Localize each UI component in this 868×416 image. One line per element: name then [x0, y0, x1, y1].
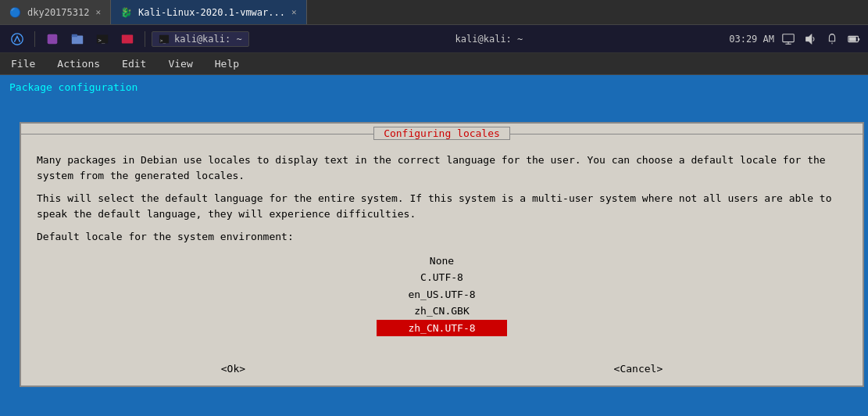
svg-text:>_: >_: [160, 37, 166, 43]
locale-cutf8[interactable]: C.UTF-8: [389, 269, 495, 286]
taskbar-terminal-icon[interactable]: >_: [91, 28, 113, 50]
dialog-paragraph-1: Many packages in Debian use locales to d…: [37, 152, 847, 183]
svg-text:>_: >_: [98, 36, 105, 43]
taskbar-center: kali@kali: ~: [249, 34, 730, 45]
tab-label: dky20175312: [27, 7, 89, 18]
locale-zhcngbk[interactable]: zh_CN.GBK: [383, 303, 500, 320]
tab-close-1[interactable]: ✕: [95, 7, 101, 17]
clock: 03:29 AM: [729, 34, 774, 45]
dialog-locale-list: None C.UTF-8 en_US.UTF-8 zh_CN.GBK zh_CN…: [37, 253, 847, 337]
configuring-locales-dialog: Configuring locales Many packages in Deb…: [20, 122, 864, 387]
tab-dky[interactable]: 🔵 dky20175312 ✕: [0, 0, 111, 24]
terminal-menu-bar: File Actions Edit View Help: [0, 53, 868, 75]
locale-none[interactable]: None: [398, 253, 485, 270]
locale-enus[interactable]: en_US.UTF-8: [377, 286, 506, 303]
notification-icon[interactable]: [824, 31, 840, 47]
tab-favicon-kali: 🐉: [120, 7, 132, 18]
svg-rect-3: [72, 34, 77, 37]
taskbar-terminal-app-button[interactable]: >_ kali@kali: ~: [152, 31, 249, 47]
svg-rect-1: [48, 34, 58, 44]
monitor-icon[interactable]: [780, 31, 796, 47]
menu-help[interactable]: Help: [210, 56, 244, 71]
tab-close-2[interactable]: ✕: [291, 7, 297, 17]
kali-logo-icon[interactable]: [6, 28, 28, 50]
terminal-area: Package configuration Configuring locale…: [0, 75, 868, 416]
volume-icon[interactable]: [802, 31, 818, 47]
dialog-title-bar: Configuring locales: [21, 124, 863, 143]
locale-zhcnutf8[interactable]: zh_CN.UTF-8: [377, 320, 506, 337]
tab-kali[interactable]: 🐉 Kali-Linux-2020.1-vmwar... ✕: [111, 0, 306, 24]
dialog-title: Configuring locales: [373, 127, 510, 140]
taskbar-purple-icon[interactable]: [41, 28, 63, 50]
menu-view[interactable]: View: [163, 56, 197, 71]
svg-rect-9: [783, 34, 794, 41]
taskbar-left: >_ >_ kali@kali: ~: [6, 28, 249, 50]
svg-marker-12: [806, 34, 812, 44]
taskbar-separator-2: [145, 31, 145, 47]
menu-file[interactable]: File: [6, 56, 40, 71]
dialog-body: Many packages in Debian use locales to d…: [21, 143, 863, 352]
ok-button[interactable]: <Ok>: [215, 361, 252, 376]
taskbar-red-icon[interactable]: [116, 28, 138, 50]
tab-label-kali: Kali-Linux-2020.1-vmwar...: [138, 7, 285, 18]
taskbar-separator-1: [34, 31, 35, 47]
svg-rect-6: [122, 34, 133, 43]
battery-icon[interactable]: [846, 31, 862, 47]
taskbar-right: 03:29 AM: [729, 31, 862, 47]
taskbar-window-title: kali@kali: ~: [455, 34, 523, 45]
taskbar-file-manager-icon[interactable]: [66, 28, 88, 50]
tab-favicon: 🔵: [9, 7, 21, 18]
system-taskbar: >_ >_ kali@kali: ~ kali@kali: ~ 03:29 AM: [0, 25, 868, 53]
svg-rect-16: [849, 37, 856, 41]
menu-edit[interactable]: Edit: [117, 56, 151, 71]
dialog-buttons: <Ok> <Cancel>: [21, 352, 863, 386]
browser-tab-bar: 🔵 dky20175312 ✕ 🐉 Kali-Linux-2020.1-vmwa…: [0, 0, 868, 25]
package-config-label: Package configuration: [9, 81, 859, 93]
menu-actions[interactable]: Actions: [52, 56, 105, 71]
svg-rect-17: [858, 38, 859, 41]
cancel-button[interactable]: <Cancel>: [608, 361, 670, 376]
dialog-paragraph-2: This will select the default language fo…: [37, 191, 847, 221]
dialog-env-label: Default locale for the system environmen…: [37, 229, 847, 245]
taskbar-app-label: kali@kali: ~: [174, 34, 242, 45]
